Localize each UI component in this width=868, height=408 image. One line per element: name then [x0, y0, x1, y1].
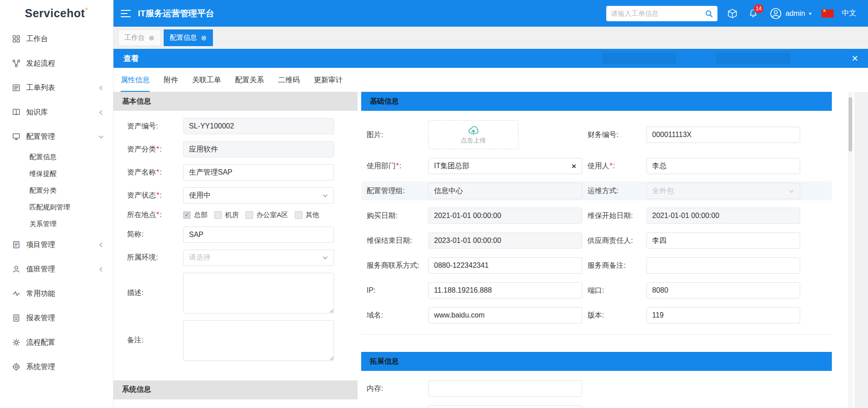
version-input[interactable]: 119 [646, 307, 801, 323]
checkbox-icon [245, 211, 253, 219]
chevron-down-icon [322, 193, 328, 199]
sidebar-item-config-management[interactable]: 配置管理 [0, 124, 113, 149]
ops-mode-select[interactable]: 全外包 [646, 183, 801, 199]
clear-icon[interactable]: × [572, 162, 576, 170]
monitor-icon [12, 133, 20, 141]
view-tab-update-audit[interactable]: 更新审计 [314, 76, 343, 92]
form-row-description: 描述: [113, 273, 358, 313]
image-upload-box[interactable]: 点击上传 [428, 120, 519, 149]
app-logo[interactable]: Servicehot° [0, 0, 113, 27]
base-info-section: 基础信息 图片:点击上传财务编号:000011113X使用部门*:IT集团总部×… [361, 92, 832, 335]
sidebar-item-system-management[interactable]: 系统管理 [0, 355, 113, 379]
purchase-date-label: 购买日期: [367, 211, 423, 221]
chevron-left-icon [98, 266, 104, 272]
port-label: 端口: [588, 286, 641, 295]
service-remark-input[interactable] [646, 257, 801, 274]
memory-label: 内存: [367, 384, 423, 394]
right-gutter [854, 92, 868, 408]
system-info-header: 系统信息 [113, 380, 358, 399]
description-label: 描述: [127, 288, 178, 298]
tab-close-icon[interactable]: ⊗ [201, 34, 207, 41]
sidebar-item-process-config[interactable]: 流程配置 [0, 330, 113, 355]
asset-category-input[interactable]: 应用软件 [183, 141, 334, 157]
maintenance-start-date-input[interactable]: 2021-01-01 00:00:00 [646, 208, 801, 224]
vertical-scrollbar[interactable] [848, 92, 853, 408]
sidebar-item-duty-management[interactable]: 值班管理 [0, 257, 113, 281]
location-checkbox-hq[interactable]: ✓总部 [183, 211, 208, 219]
version-label: 版本: [588, 311, 641, 320]
sidebar-item-common-functions[interactable]: 常用功能 [0, 281, 113, 306]
sidebar-subitem-config-info[interactable]: 配置信息 [0, 149, 113, 166]
supplier-owner-input[interactable]: 李四 [646, 232, 801, 249]
search-icon[interactable] [705, 9, 713, 18]
ip-label: IP: [367, 286, 423, 295]
chevron-down-icon: ▾ [809, 10, 811, 17]
sidebar-item-start-process[interactable]: 发起流程 [0, 51, 113, 76]
config-group-input[interactable]: 信息中心 [428, 183, 582, 199]
remark-textarea[interactable] [183, 320, 334, 361]
cpu-input[interactable] [428, 405, 582, 408]
short-name-input[interactable]: SAP [183, 227, 334, 243]
finance-number-input[interactable]: 000011113X [646, 127, 801, 143]
required-asterisk: * [156, 145, 159, 153]
menu-toggle-icon[interactable] [121, 9, 131, 18]
using-department-input[interactable]: IT集团总部× [428, 158, 582, 174]
view-tab-attribute-info[interactable]: 属性信息 [121, 76, 150, 92]
view-tab-config-relations[interactable]: 配置关系 [235, 76, 264, 92]
notification-badge: 14 [754, 5, 763, 13]
domain-input[interactable]: www.baidu.com [428, 307, 582, 323]
required-asterisk: * [610, 162, 613, 170]
description-textarea[interactable] [183, 273, 334, 313]
image-label: 图片: [367, 130, 423, 140]
form-row: CPU: [361, 404, 832, 408]
service-contact-input[interactable]: 0880-122342341 [428, 257, 582, 274]
sidebar-subitem-matching-rule-management[interactable]: 匹配规则管理 [0, 199, 113, 216]
wave-icon [12, 289, 20, 298]
gearflow-icon [12, 338, 20, 346]
sidebar-item-workbench[interactable]: 工作台 [0, 27, 113, 51]
close-icon[interactable]: × [852, 53, 858, 64]
form-row: 服务商联系方式:0880-122342341服务商备注: [361, 256, 832, 275]
asset-name-input[interactable]: 生产管理SAP [183, 164, 334, 180]
location-checkbox-office-a[interactable]: 办公室A区 [245, 211, 288, 219]
asset-status-select[interactable]: 使用中 [183, 187, 334, 204]
notifications-button[interactable]: 14 [748, 9, 758, 19]
sidebar-subitem-relation-management[interactable]: 关系管理 [0, 216, 113, 232]
form-row: 配置管理组:信息中心运维方式:全外包 [361, 181, 832, 200]
cube-icon[interactable] [727, 9, 737, 19]
asset-number-input[interactable]: SL-YY100002 [183, 118, 334, 134]
ip-input[interactable]: 11.188.19216.888 [428, 282, 582, 299]
purchase-date-input[interactable]: 2021-01-01 00:00:00 [428, 208, 582, 224]
maintenance-start-date-label: 维保开始日期: [588, 211, 641, 221]
list-icon [12, 84, 20, 92]
logo-dot-icon: ° [85, 7, 88, 14]
scrollbar-thumb[interactable] [849, 97, 852, 152]
maintenance-end-date-input[interactable]: 2023-01-01 00:00:00 [428, 232, 582, 249]
view-tab-related-work-orders[interactable]: 关联工单 [192, 76, 221, 92]
location-checkbox-server-room[interactable]: 机房 [214, 211, 239, 219]
required-asterisk: * [396, 162, 399, 170]
page-tab-workbench[interactable]: 工作台⊗ [118, 29, 161, 46]
china-flag-icon[interactable]: ★ [821, 9, 834, 18]
memory-input[interactable] [428, 380, 582, 397]
sidebar-subitem-config-category[interactable]: 配置分类 [0, 182, 113, 199]
location-checkbox-other[interactable]: 其他 [295, 211, 319, 219]
tab-close-icon[interactable]: ⊗ [149, 34, 155, 41]
view-tab-qrcode[interactable]: 二维码 [278, 76, 300, 92]
grid-icon [12, 35, 20, 43]
user-menu[interactable]: admin ▾ [770, 8, 811, 19]
sidebar-item-work-order-list[interactable]: 工单列表 [0, 76, 113, 100]
sidebar-item-project-management[interactable]: 项目管理 [0, 232, 113, 257]
language-toggle[interactable]: 中文 [842, 9, 856, 18]
view-tab-attachments[interactable]: 附件 [164, 76, 178, 92]
sidebar-item-knowledge-base[interactable]: 知识库 [0, 100, 113, 124]
search-input[interactable] [611, 9, 702, 17]
port-input[interactable]: 8080 [646, 282, 801, 299]
basic-info-fields: 资产编号:SL-YY100002资产分类*:应用软件资产名称*:生产管理SAP资… [113, 111, 358, 368]
sidebar-subitem-maintenance-reminder[interactable]: 维保提醒 [0, 166, 113, 182]
environment-select[interactable]: 请选择 [183, 250, 334, 266]
avatar-icon [770, 8, 782, 19]
page-tab-config-info[interactable]: 配置信息⊗ [164, 29, 213, 46]
user-input[interactable]: 李总 [646, 158, 801, 174]
sidebar-item-report-management[interactable]: 报表管理 [0, 306, 113, 330]
